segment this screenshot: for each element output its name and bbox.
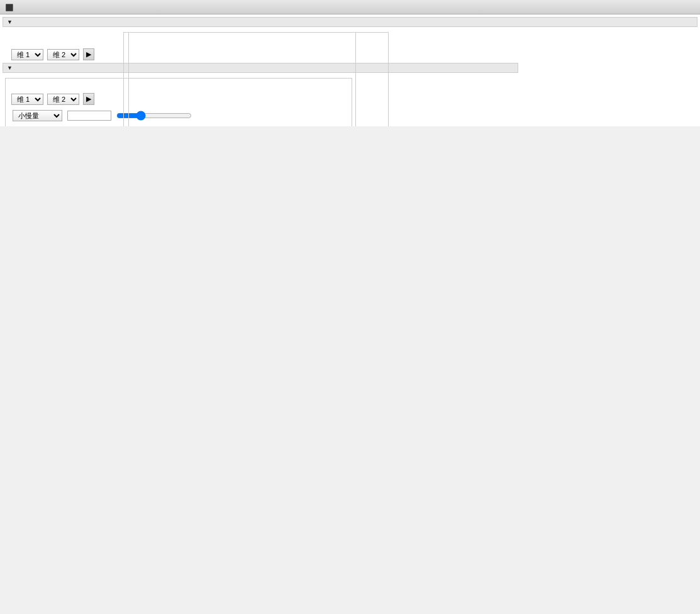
consistency-plot — [5, 78, 352, 126]
biplot-wrapper — [128, 32, 136, 38]
summary-section: ▼ — [3, 17, 697, 41]
summary-inner — [3, 30, 697, 41]
eigen-table — [5, 32, 118, 38]
main-content: ▼ — [0, 14, 700, 126]
